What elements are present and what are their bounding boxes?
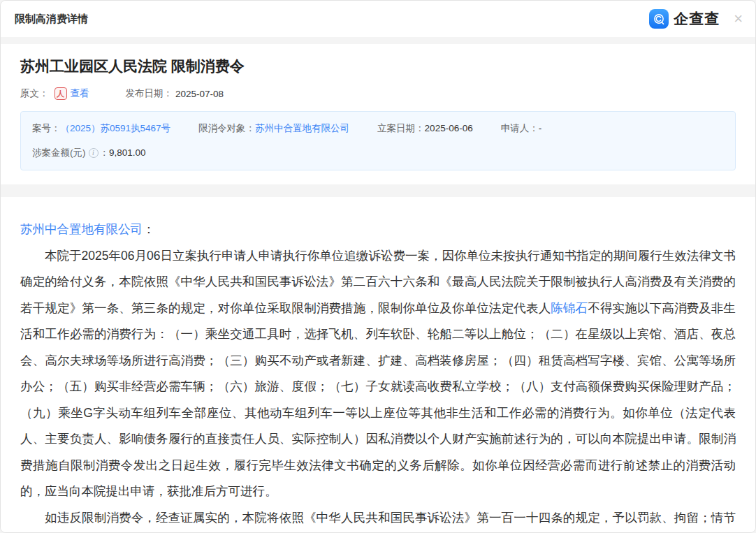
pdf-icon: 人: [54, 87, 67, 100]
publish-date-label: 发布日期：: [126, 87, 173, 100]
close-icon[interactable]: ×: [732, 10, 744, 28]
source-label: 原文：: [20, 87, 49, 100]
amount-item: 涉案金额(元) i ： 9,801.00: [32, 145, 146, 161]
detail-window: 限制高消费详情 企查查 × 苏州工业园区人民法院 限制消费令 原文： 人 查看 …: [0, 0, 756, 533]
view-original-link[interactable]: 查看: [71, 87, 89, 100]
filing-date-value: 2025-06-06: [425, 121, 473, 136]
addressee-company-link[interactable]: 苏州中合置地有限公司: [20, 222, 143, 236]
page-title: 限制高消费详情: [15, 13, 88, 26]
case-info-box: 案号： （2025）苏0591执5467号 限消令对象： 苏州中合置地有限公司 …: [20, 111, 736, 170]
document-text: 苏州中合置地有限公司： 本院于2025年06月06日立案执行申请人申请执行你单位…: [20, 217, 736, 532]
applicant-label: 申请人：: [501, 121, 539, 136]
penalty-paragraph: 如违反限制消费令，经查证属实的，本院将依照《中华人民共和国民事诉讼法》第一百一十…: [20, 505, 736, 533]
applicant-value: -: [539, 121, 542, 136]
restricted-target-item: 限消令对象： 苏州中合置地有限公司: [198, 121, 349, 136]
applicant-item: 申请人： -: [501, 121, 542, 136]
case-info-row-2: 涉案金额(元) i ： 9,801.00: [32, 145, 724, 161]
restricted-target-link[interactable]: 苏州中合置地有限公司: [255, 121, 349, 136]
case-number-item: 案号： （2025）苏0591执5467号: [32, 121, 170, 136]
publish-date-value: 2025-07-08: [175, 89, 224, 99]
document-title: 苏州工业园区人民法院 限制消费令: [20, 57, 736, 76]
case-info-row-1: 案号： （2025）苏0591执5467号 限消令对象： 苏州中合置地有限公司 …: [32, 121, 724, 136]
order-paragraph: 本院于2025年06月06日立案执行申请人申请执行你单位追缴诉讼费一案，因你单位…: [20, 243, 736, 505]
titlebar-right: 企查查 ×: [649, 9, 744, 29]
addressee-colon: ：: [143, 222, 155, 236]
separator: [1, 37, 755, 44]
brand-name: 企查查: [674, 9, 720, 29]
qichacha-logo-icon: [649, 9, 669, 29]
info-icon[interactable]: i: [89, 148, 99, 158]
separator: [1, 184, 755, 197]
document-body-card: 苏州中合置地有限公司： 本院于2025年06月06日立案执行申请人申请执行你单位…: [1, 197, 755, 532]
titlebar: 限制高消费详情 企查查 ×: [1, 1, 755, 37]
amount-colon: ：: [100, 145, 110, 161]
addressee-line: 苏州中合置地有限公司：: [20, 217, 736, 243]
filing-date-item: 立案日期： 2025-06-06: [377, 121, 473, 136]
summary-card: 苏州工业园区人民法院 限制消费令 原文： 人 查看 发布日期： 2025-07-…: [1, 44, 755, 184]
case-number-label: 案号：: [32, 121, 61, 136]
restricted-target-label: 限消令对象：: [198, 121, 255, 136]
amount-label: 涉案金额(元): [32, 145, 86, 161]
filing-date-label: 立案日期：: [377, 121, 425, 136]
order-text-after: 不得实施以下高消费及非生活和工作必需的消费行为：（一）乘坐交通工具时，选择飞机、…: [20, 301, 736, 499]
legal-representative-link[interactable]: 陈锦石: [551, 301, 588, 315]
case-number-link[interactable]: （2025）苏0591执5467号: [61, 121, 171, 136]
amount-value: 9,801.00: [109, 145, 146, 161]
meta-row: 原文： 人 查看 发布日期： 2025-07-08: [20, 87, 736, 100]
